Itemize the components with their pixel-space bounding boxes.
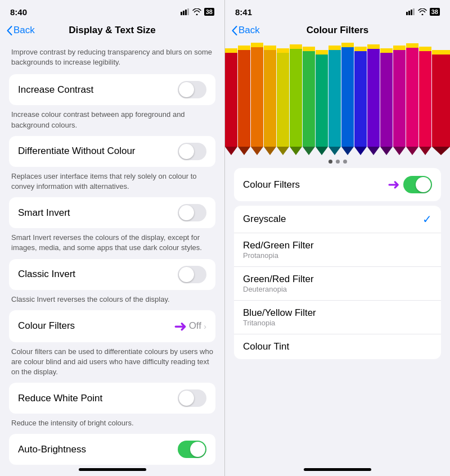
colour-filters-value-group: Off › [189, 320, 206, 332]
pencils-image [225, 43, 450, 155]
differentiate-group: Differentiate Without Colour [9, 136, 215, 167]
svg-rect-53 [419, 49, 431, 147]
colour-filters-group: Colour Filters ➜ Off › [9, 310, 215, 342]
colour-filters-nav-label: Colour Filters [18, 320, 75, 332]
right-signal-icon [406, 8, 415, 15]
svg-rect-31 [316, 50, 328, 55]
svg-rect-49 [393, 46, 406, 50]
colour-filters-nav-row[interactable]: Colour Filters ➜ Off › [9, 310, 215, 342]
left-status-bar: 8:40 38 [0, 0, 224, 20]
filter-options-group: Greyscale ✓ Red/Green Filter Protanopia … [234, 206, 441, 359]
colour-filters-toggle-label: Colour Filters [243, 179, 300, 191]
classic-invert-desc: Classic Invert reverses the colours of t… [9, 294, 215, 310]
svg-rect-8 [225, 51, 237, 147]
svg-rect-6 [411, 10, 412, 15]
blue-yellow-label-group: Blue/Yellow Filter Tritanopia [243, 307, 316, 327]
colour-filters-toggle-row: Colour Filters ➜ [234, 168, 441, 201]
blue-yellow-sublabel: Tritanopia [243, 319, 316, 327]
colour-filters-arrow-wrap: ➜ [388, 176, 432, 193]
left-status-icons: 38 [181, 8, 214, 16]
right-home-bar [304, 468, 371, 471]
svg-rect-41 [367, 47, 380, 147]
colour-filters-main-toggle[interactable] [403, 176, 432, 193]
classic-invert-knob [179, 267, 194, 282]
purple-arrow-icon: ➜ [174, 317, 187, 336]
increase-contrast-group: Increase Contrast [9, 74, 215, 105]
dot-3[interactable] [343, 160, 347, 164]
differentiate-desc: Replaces user interface items that rely … [9, 171, 215, 197]
svg-marker-51 [406, 147, 418, 155]
colour-filters-chevron: › [204, 321, 206, 331]
left-back-button[interactable]: Back [7, 25, 35, 36]
svg-marker-15 [251, 147, 263, 155]
red-green-filter-row[interactable]: Red/Green Filter Protanopia [234, 233, 441, 267]
differentiate-label: Differentiate Without Colour [18, 146, 136, 157]
red-green-sublabel: Protanopia [243, 251, 314, 260]
greyscale-filter-row[interactable]: Greyscale ✓ [234, 206, 441, 233]
right-panel: 8:41 38 Back Colour Filters [225, 0, 450, 476]
svg-rect-14 [251, 46, 263, 147]
right-wifi-icon [418, 8, 427, 15]
smart-invert-label: Smart Invert [18, 207, 70, 219]
colour-tint-filter-row[interactable]: Colour Tint [234, 334, 441, 359]
svg-rect-43 [367, 44, 380, 49]
colour-tint-label-group: Colour Tint [243, 341, 289, 352]
red-green-label: Red/Green Filter [243, 240, 314, 251]
svg-rect-29 [316, 53, 328, 147]
red-green-label-group: Red/Green Filter Protanopia [243, 240, 314, 260]
svg-rect-55 [419, 47, 431, 51]
auto-brightness-knob [190, 442, 205, 457]
classic-invert-toggle[interactable] [178, 266, 206, 283]
reduce-white-point-knob [179, 391, 194, 406]
right-settings-content: Colour Filters ➜ Greyscale ✓ [225, 168, 450, 465]
greyscale-label-group: Greyscale [243, 214, 286, 225]
colour-filters-value: Off [189, 320, 201, 332]
dot-2[interactable] [336, 160, 340, 164]
blue-yellow-filter-row[interactable]: Blue/Yellow Filter Tritanopia [234, 301, 441, 334]
auto-brightness-toggle[interactable] [178, 441, 206, 458]
right-time: 8:41 [235, 7, 252, 17]
right-status-bar: 8:41 38 [225, 0, 450, 20]
right-back-chevron-icon [232, 26, 237, 35]
svg-marker-24 [290, 147, 302, 155]
green-red-filter-row[interactable]: Green/Red Filter Deuteranopia [234, 267, 441, 301]
svg-rect-0 [181, 12, 182, 15]
svg-marker-9 [225, 147, 237, 155]
intro-text: Improve contrast by reducing transparenc… [9, 43, 215, 74]
smart-invert-toggle[interactable] [178, 204, 206, 221]
smart-invert-row: Smart Invert [9, 197, 215, 228]
svg-marker-21 [277, 147, 289, 155]
colour-tint-label: Colour Tint [243, 341, 289, 352]
right-back-button[interactable]: Back [232, 25, 260, 36]
auto-brightness-row: Auto-Brightness [9, 434, 215, 465]
svg-rect-37 [341, 43, 354, 47]
svg-rect-17 [264, 48, 276, 147]
svg-rect-47 [393, 48, 406, 147]
reduce-white-point-toggle[interactable] [178, 389, 206, 407]
svg-marker-30 [316, 147, 328, 155]
left-nav-bar: Back Display & Text Size [0, 20, 224, 43]
green-red-label-group: Green/Red Filter Deuteranopia [243, 274, 314, 293]
blue-yellow-label: Blue/Yellow Filter [243, 307, 316, 319]
differentiate-row: Differentiate Without Colour [9, 136, 215, 167]
svg-rect-19 [264, 46, 276, 50]
svg-rect-7 [413, 8, 415, 15]
auto-brightness-label: Auto-Brightness [18, 444, 86, 455]
left-settings-content: Improve contrast by reducing transparenc… [0, 43, 224, 465]
svg-marker-57 [432, 147, 450, 155]
colour-filters-arrow-container: ➜ Off › [174, 317, 206, 336]
increase-contrast-toggle[interactable] [178, 81, 206, 98]
right-status-icons: 38 [406, 8, 440, 16]
svg-marker-18 [264, 147, 276, 155]
right-home-indicator [225, 465, 450, 476]
left-battery: 38 [204, 8, 214, 16]
svg-rect-16 [251, 43, 263, 47]
greyscale-checkmark: ✓ [422, 212, 432, 226]
colour-filters-desc: Colour filters can be used to differenti… [9, 347, 215, 383]
green-red-sublabel: Deuteranopia [243, 285, 314, 293]
dot-1[interactable] [328, 160, 332, 164]
differentiate-toggle[interactable] [178, 143, 206, 160]
differentiate-knob [179, 144, 194, 159]
right-nav-bar: Back Colour Filters [225, 20, 450, 43]
svg-rect-25 [290, 44, 302, 49]
